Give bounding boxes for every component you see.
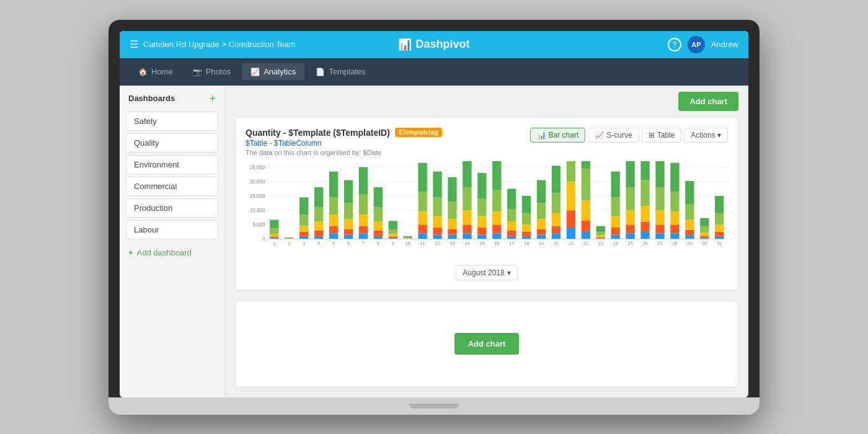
add-chart-center-button[interactable]: Add chart xyxy=(454,333,520,355)
svg-rect-104 xyxy=(492,211,501,224)
svg-text:25,000: 25,000 xyxy=(250,164,265,170)
svg-text:0: 0 xyxy=(262,236,265,242)
svg-rect-157 xyxy=(626,224,634,233)
svg-rect-13 xyxy=(270,236,278,237)
nav-item-analytics[interactable]: 📈 Analytics xyxy=(242,63,304,80)
svg-rect-146 xyxy=(596,235,605,237)
svg-rect-81 xyxy=(433,197,441,216)
svg-rect-181 xyxy=(685,229,694,235)
sidebar-item-quality[interactable]: Quality xyxy=(126,133,218,153)
svg-rect-46 xyxy=(344,180,353,203)
svg-rect-54 xyxy=(374,236,383,239)
add-dashboard-button[interactable]: + Add dashboard xyxy=(126,243,218,262)
nav-item-photos[interactable]: 📷 Photos xyxy=(184,63,239,80)
svg-rect-45 xyxy=(344,203,353,218)
help-button[interactable]: ? xyxy=(668,38,681,51)
nav-item-templates[interactable]: 📄 Templates xyxy=(307,63,374,80)
sidebar-item-safety[interactable]: Safety xyxy=(126,112,218,131)
photos-icon: 📷 xyxy=(193,68,202,76)
svg-rect-156 xyxy=(626,233,634,239)
svg-rect-116 xyxy=(522,224,531,232)
sidebar-item-environment[interactable]: Environment xyxy=(126,155,218,174)
hamburger-icon[interactable]: ☰ xyxy=(130,38,138,50)
svg-text:24: 24 xyxy=(613,240,618,246)
svg-text:27: 27 xyxy=(657,240,662,246)
svg-rect-57 xyxy=(374,207,383,221)
svg-rect-152 xyxy=(611,216,620,228)
svg-rect-180 xyxy=(685,235,694,239)
svg-text:1: 1 xyxy=(273,240,275,246)
s-curve-label: S-curve xyxy=(606,131,632,140)
bar-chart-icon: 📊 xyxy=(537,131,546,140)
svg-rect-87 xyxy=(448,202,456,219)
svg-rect-153 xyxy=(611,197,620,216)
svg-rect-100 xyxy=(477,172,486,198)
svg-rect-24 xyxy=(299,236,308,239)
svg-rect-178 xyxy=(670,162,679,191)
svg-text:10: 10 xyxy=(405,240,410,246)
svg-rect-170 xyxy=(655,210,664,224)
sidebar-item-production[interactable]: Production xyxy=(126,198,218,218)
bar-chart-button[interactable]: 📊 Bar chart xyxy=(530,128,586,143)
logo-icon: 📊 xyxy=(398,38,412,51)
svg-rect-56 xyxy=(374,221,383,230)
svg-rect-140 xyxy=(582,200,590,219)
svg-rect-126 xyxy=(552,233,560,239)
svg-rect-109 xyxy=(507,230,516,236)
nav-item-home[interactable]: 🏠 Home xyxy=(130,63,182,80)
svg-rect-98 xyxy=(477,216,486,228)
nav-label-home: Home xyxy=(151,67,173,76)
table-label: Table xyxy=(657,131,675,140)
svg-text:31: 31 xyxy=(717,240,722,246)
sidebar-item-labour[interactable]: Labour xyxy=(126,220,218,239)
svg-text:20,000: 20,000 xyxy=(250,178,265,184)
svg-text:6: 6 xyxy=(347,240,350,246)
sidebar-item-commercial[interactable]: Commercial xyxy=(126,177,218,196)
svg-rect-129 xyxy=(552,193,560,213)
svg-rect-110 xyxy=(507,221,516,230)
table-button[interactable]: ⊞ Table xyxy=(642,128,682,143)
svg-rect-145 xyxy=(596,237,605,238)
nav-label-analytics: Analytics xyxy=(264,67,296,76)
svg-rect-141 xyxy=(582,168,590,200)
bar-chart-svg: 05,00010,00015,00020,00025,0001234567891… xyxy=(246,161,728,248)
chart-note: The data on this chart is organised by: … xyxy=(246,149,442,156)
nav-label-templates: Templates xyxy=(329,67,365,76)
svg-rect-128 xyxy=(552,213,560,226)
svg-text:5: 5 xyxy=(332,240,335,246)
svg-rect-15 xyxy=(270,228,278,234)
svg-rect-118 xyxy=(522,196,531,213)
svg-rect-175 xyxy=(670,224,679,233)
svg-rect-32 xyxy=(314,221,323,230)
svg-rect-49 xyxy=(359,226,368,233)
svg-rect-30 xyxy=(314,236,323,239)
logo-text: Dashpivot xyxy=(415,38,469,51)
add-chart-button[interactable]: Add chart xyxy=(678,92,738,111)
svg-rect-177 xyxy=(670,192,679,211)
avatar[interactable]: AP xyxy=(688,36,705,53)
svg-text:28: 28 xyxy=(672,240,677,246)
actions-button[interactable]: Actions ▾ xyxy=(684,128,728,143)
sidebar-add-button[interactable]: + xyxy=(209,93,216,104)
svg-text:15,000: 15,000 xyxy=(250,192,265,198)
svg-rect-22 xyxy=(285,237,293,237)
svg-text:8: 8 xyxy=(377,240,379,246)
svg-rect-158 xyxy=(626,210,634,224)
svg-text:21: 21 xyxy=(569,240,574,246)
date-selector[interactable]: August 2018 ▾ xyxy=(456,265,517,280)
svg-rect-105 xyxy=(492,190,501,211)
svg-rect-163 xyxy=(640,221,649,231)
svg-rect-106 xyxy=(492,161,501,190)
analytics-icon: 📈 xyxy=(250,68,260,76)
svg-text:7: 7 xyxy=(362,240,365,246)
svg-rect-160 xyxy=(626,161,634,187)
svg-rect-39 xyxy=(329,197,338,215)
svg-rect-134 xyxy=(567,181,575,210)
svg-rect-135 xyxy=(567,161,575,182)
svg-rect-122 xyxy=(537,219,546,229)
s-curve-button[interactable]: 📈 S-curve xyxy=(588,128,639,143)
svg-rect-97 xyxy=(477,227,486,234)
svg-rect-40 xyxy=(329,171,338,197)
svg-text:10,000: 10,000 xyxy=(250,206,265,213)
svg-rect-33 xyxy=(314,207,323,221)
